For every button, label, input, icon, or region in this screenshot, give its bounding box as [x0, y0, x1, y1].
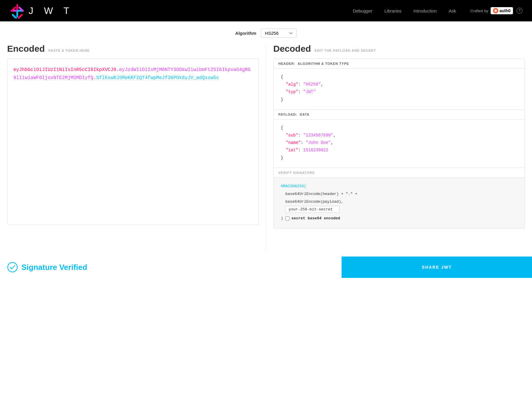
logo: J W T [10, 3, 71, 18]
token-part1: eyJhbGciOiJIUzI1NiIsInR5cCI6IkpXVCJ9 [13, 67, 116, 73]
crafted-by: Crafted by auth0 ? [470, 7, 522, 14]
algorithm-row: Algorithm HS256 HS384 HS512 RS256 RS384 … [0, 21, 532, 44]
decoded-header-part: HEADER: ALGORITHM & TOKEN TYPE { "alg": … [274, 59, 525, 110]
header-body[interactable]: { "alg": "HS256", "typ": "JWT" } [274, 69, 525, 109]
verified-text: Signature Verified [21, 263, 87, 272]
token-part3: SflKxwRJSMeKKF2QT4fwpMeJf36POk6yJV_adQss… [96, 75, 219, 81]
payload-body[interactable]: { "sub": "1234567890", "name": "John Doe… [274, 119, 525, 168]
auth0-icon [493, 8, 498, 13]
algorithm-select[interactable]: HS256 HS384 HS512 RS256 RS384 RS512 [261, 29, 297, 38]
typ-value: "JWT" [303, 89, 316, 94]
secret-row: ) secret base64 encoded [281, 215, 518, 222]
verify-func: HMACSHA256( [281, 184, 306, 188]
encoded-header: Encoded PASTE A TOKEN HERE [7, 44, 259, 54]
main-nav: Debugger Libraries Introduction Ask [353, 8, 456, 13]
token-dot1: . [116, 67, 119, 73]
verify-body: HMACSHA256( base64UrlEncode(header) + ".… [274, 178, 525, 228]
alg-key: "alg" [286, 82, 298, 87]
main-content: Encoded PASTE A TOKEN HERE eyJhbGciOiJIU… [0, 44, 532, 252]
iat-value: 1516239022 [303, 148, 328, 152]
name-value: "John Doe" [306, 140, 331, 145]
decoded-section: Decoded EDIT THE PAYLOAD AND SECRET HEAD… [266, 44, 525, 252]
decoded-payload-part: PAYLOAD: DATA { "sub": "1234567890", "na… [274, 110, 525, 168]
sub-key: "sub" [286, 133, 298, 138]
decoded-header: Decoded EDIT THE PAYLOAD AND SECRET [273, 44, 525, 54]
signature-verified: Signature Verified [0, 262, 342, 273]
secret-base64-checkbox: secret base64 encoded [285, 215, 340, 222]
verify-line2: base64UrlEncode(payload), [285, 199, 343, 204]
base64-checkbox[interactable] [285, 216, 290, 221]
decoded-panel: HEADER: ALGORITHM & TOKEN TYPE { "alg": … [273, 59, 525, 229]
help-icon[interactable]: ? [517, 8, 522, 14]
nav-libraries[interactable]: Libraries [384, 8, 402, 13]
base64-label: secret base64 encoded [291, 215, 340, 222]
bottom-bar: Signature Verified SHARE JWT [0, 257, 532, 278]
auth0-label: auth0 [500, 8, 511, 13]
encoded-subtitle: PASTE A TOKEN HERE [48, 49, 90, 52]
encoded-section: Encoded PASTE A TOKEN HERE eyJhbGciOiJIU… [7, 44, 266, 252]
share-jwt-button[interactable]: SHARE JWT [342, 257, 532, 278]
crafted-by-label: Crafted by [470, 9, 488, 13]
payload-section-label: PAYLOAD: DATA [274, 110, 525, 119]
auth0-badge: auth0 [491, 7, 513, 14]
token-dot2: . [93, 75, 96, 81]
jwt-logo-icon [10, 3, 25, 18]
verify-line1: base64UrlEncode(header) + "." + [285, 192, 357, 196]
header-section-label: HEADER: ALGORITHM & TOKEN TYPE [274, 59, 525, 69]
logo-text: J W T [29, 5, 71, 16]
verified-icon [7, 262, 18, 273]
secret-input[interactable] [285, 206, 339, 213]
decoded-subtitle: EDIT THE PAYLOAD AND SECRET [314, 49, 376, 52]
svg-rect-1 [16, 11, 18, 17]
nav-ask[interactable]: Ask [449, 8, 456, 13]
iat-key: "iat" [286, 148, 298, 152]
alg-value: "HS256" [303, 82, 321, 87]
verify-part: VERIFY SIGNATURE HMACSHA256( base64UrlEn… [274, 168, 525, 228]
verify-close: ) [281, 215, 283, 222]
nav-introduction[interactable]: Introduction [413, 8, 436, 13]
svg-point-13 [8, 262, 17, 272]
algorithm-label: Algorithm [235, 31, 256, 36]
decoded-title: Decoded [273, 44, 311, 54]
verify-label: VERIFY SIGNATURE [274, 168, 525, 178]
nav-debugger[interactable]: Debugger [353, 8, 373, 13]
typ-key: "typ" [286, 89, 298, 94]
encoded-textarea[interactable]: eyJhbGciOiJIUzI1NiIsInR5cCI6IkpXVCJ9.eyJ… [7, 59, 259, 225]
navbar: J W T Debugger Libraries Introduction As… [0, 0, 532, 21]
svg-rect-0 [16, 4, 18, 11]
encoded-title: Encoded [7, 44, 45, 54]
name-key: "name" [286, 140, 301, 145]
sub-value: "1234567890" [303, 133, 333, 138]
